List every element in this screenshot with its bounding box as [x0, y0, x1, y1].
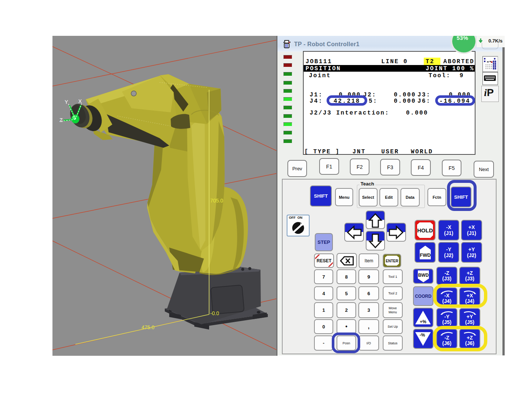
svg-text:Z: Z — [59, 117, 63, 123]
svg-text:HOLD: HOLD — [417, 227, 433, 233]
svg-text:Y: Y — [65, 99, 68, 105]
svg-text:X: X — [78, 98, 82, 104]
svg-text:475.0: 475.0 — [141, 324, 154, 330]
svg-text:FWD: FWD — [420, 252, 431, 258]
svg-text:BWD: BWD — [418, 273, 429, 278]
svg-text:+%: +% — [420, 319, 426, 324]
svg-text:ENTER: ENTER — [386, 259, 399, 263]
svg-text:-0.0: -0.0 — [210, 310, 219, 316]
svg-text:705.0: 705.0 — [210, 198, 223, 204]
svg-text:-%: -% — [420, 332, 425, 338]
